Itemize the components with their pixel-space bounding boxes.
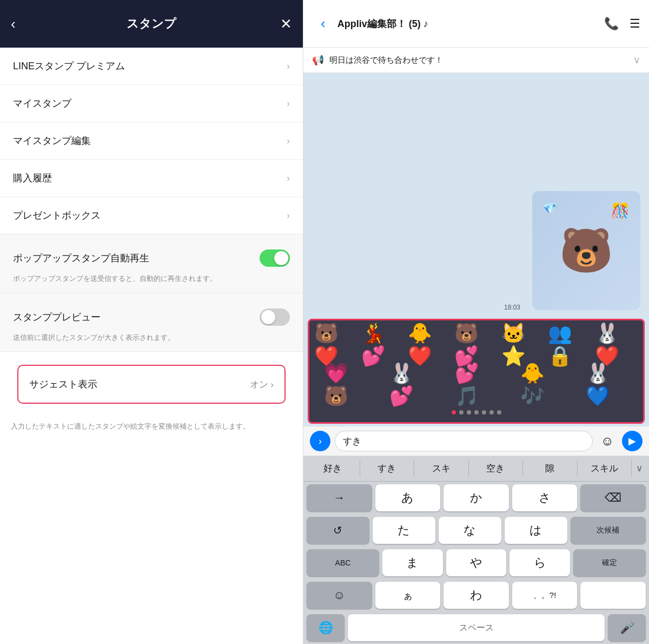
announcement-bar[interactable]: 📢 明日は渋谷で待ち合わせです！ ∨ [303,48,649,73]
sticker-cell[interactable]: 👥🔒 [548,326,591,364]
toggle-thumb [274,251,288,265]
key-ya[interactable]: や [446,549,507,576]
menu-item-purchase-history[interactable]: 購入履歴 › [0,160,303,197]
key-na[interactable]: な [439,517,501,544]
key-globe[interactable]: 🌐 [307,614,345,641]
sticker-cell[interactable]: 🐰💙 [586,366,629,404]
sticker-cell[interactable]: 💃💕 [361,326,405,364]
sticker-message: 🐻 🎊 💎 18:03 [532,191,640,310]
message-input[interactable] [335,431,593,451]
sparkle: 💎 [543,202,557,215]
sticker-cell[interactable]: 🐰💕 [389,366,433,404]
sticker-picker: 🐻❤️ 💃💕 🐥❤️ 🐻💕 🐱⭐ 👥🔒 🐰❤️ 💗🐻 🐰💕 💕🎵 🐥🎶 🐰💙 [308,319,645,424]
key-punctuation[interactable]: 、。?! [512,582,578,609]
predictive-word-0[interactable]: 好き [306,460,360,477]
predictive-more-button[interactable]: ∨ [632,461,647,476]
chevron-right-icon: › [287,61,290,72]
sticker-cell[interactable]: 💕🎵 [455,366,498,404]
right-header-title: Appliv編集部！ (5) ♪ [337,17,604,30]
predictive-bar: 好き すき スキ 空き 隙 スキル ∨ [303,456,649,482]
menu-icon[interactable]: ☰ [630,17,640,31]
key-a[interactable]: あ [375,484,441,511]
left-back-button[interactable]: ‹ [11,16,16,32]
sticker-bear-emoji: 🐻 [559,229,613,272]
key-ta[interactable]: た [373,517,435,544]
key-ma[interactable]: ま [382,549,443,576]
sticker-cell[interactable]: 🐻💕 [454,326,498,364]
menu-item-my-stamp-edit[interactable]: マイスタンプ編集 › [0,122,303,160]
key-ra[interactable]: ら [509,549,570,576]
left-close-button[interactable]: ✕ [280,16,292,32]
key-arrow[interactable]: → [307,484,372,511]
predictive-word-2[interactable]: スキ [414,460,469,477]
key-blank[interactable] [580,582,646,609]
keyboard-row-3: ABC ま や ら 確定 [303,547,649,579]
key-ka[interactable]: か [443,484,509,511]
sticker-dot [497,410,501,415]
left-content: LINEスタンプ プレミアム › マイスタンプ › マイスタンプ編集 › 購入履… [0,48,303,644]
key-emoji[interactable]: ☺ [307,582,372,609]
sticker-cell[interactable]: 🐥❤️ [408,326,451,364]
input-bar: › ☺ ▶ [303,426,649,456]
menu-item-label: LINEスタンプ プレミアム [13,60,125,73]
menu-item-label: マイスタンプ編集 [13,134,91,147]
sticker-dot [467,410,471,415]
key-mic[interactable]: 🎤 [608,614,646,641]
confetti: 🎊 [611,202,630,220]
sticker-dot [459,410,463,415]
sticker-pagination-dots [314,408,639,417]
chat-area: 🐻 🎊 💎 18:03 🐻❤️ 💃💕 🐥❤️ 🐻💕 🐱⭐ 👥🔒 🐰❤️ 💗🐻 🐰… [303,73,649,426]
menu-item-my-stamp[interactable]: マイスタンプ › [0,85,303,122]
sticker-cell[interactable]: 🐱⭐ [501,326,545,364]
emoji-button[interactable]: ☺ [597,431,618,451]
key-sa[interactable]: さ [512,484,578,511]
announcement-icon: 📢 [312,54,324,66]
predictive-word-3[interactable]: 空き [469,460,524,477]
menu-item-label: マイスタンプ [13,97,71,110]
key-next-candidate[interactable]: 次候補 [571,517,646,544]
sticker-dot [452,410,456,415]
chevron-right-icon: › [287,98,290,109]
sticker-cell[interactable]: 🐰❤️ [595,326,638,364]
suggest-label: サジェスト表示 [29,378,97,391]
chevron-right-icon: › [287,135,290,147]
key-confirm[interactable]: 確定 [573,549,646,576]
expand-button[interactable]: › [310,431,330,451]
predictive-word-5[interactable]: スキル [578,460,632,477]
predictive-word-1[interactable]: すき [360,460,415,477]
key-abc[interactable]: ABC [307,549,379,576]
right-back-button[interactable]: ‹ [312,15,334,32]
menu-item-line-stamp-premium[interactable]: LINEスタンプ プレミアム › [0,48,303,85]
toggle-thumb [261,310,275,324]
key-undo[interactable]: ↺ [307,517,369,544]
phone-icon[interactable]: 📞 [604,17,619,31]
popup-stamp-toggle[interactable] [260,249,290,267]
key-space[interactable]: スペース [348,614,605,641]
key-small-a[interactable]: ぁ [375,582,441,609]
keyboard-bottom-row: 🌐 スペース 🎤 [303,612,649,644]
key-wa[interactable]: わ [443,582,509,609]
chevron-right-icon: › [287,173,290,184]
menu-item-present-box[interactable]: プレゼントボックス › [0,197,303,234]
left-header: ‹ スタンプ ✕ [0,0,303,48]
keyboard-row-2: ↺ た な は 次候補 [303,514,649,547]
suggest-section[interactable]: サジェスト表示 オン › [17,365,286,404]
send-button[interactable]: ▶ [622,431,643,451]
predictive-word-4[interactable]: 隙 [523,460,578,477]
key-ha[interactable]: は [505,517,567,544]
menu-item-label: 購入履歴 [13,172,52,185]
announcement-chevron-icon: ∨ [633,54,640,66]
sticker-cell[interactable]: 🐥🎶 [520,366,564,404]
key-backspace[interactable]: ⌫ [580,484,646,511]
left-panel: ‹ スタンプ ✕ LINEスタンプ プレミアム › マイスタンプ › マイスタン… [0,0,303,644]
sticker-cell[interactable]: 🐻❤️ [314,326,357,364]
popup-stamp-section: ポップアップスタンプ自動再生 ポップアップスタンプを送受信すると、自動的に再生さ… [0,234,303,293]
popup-stamp-description: ポップアップスタンプを送受信すると、自動的に再生されます。 [13,273,290,284]
sticker-grid: 🐻❤️ 💃💕 🐥❤️ 🐻💕 🐱⭐ 👥🔒 🐰❤️ 💗🐻 🐰💕 💕🎵 🐥🎶 🐰💙 [314,326,639,404]
suggest-wrapper: サジェスト表示 オン › 入力したテキストに適したスタンプや絵文字を変換候補とし… [9,365,294,432]
left-title: スタンプ [127,16,176,32]
sticker-cell[interactable]: 💗🐻 [324,366,367,404]
menu-item-label: プレゼントボックス [13,209,101,222]
preview-toggle[interactable] [260,308,290,326]
preview-section: スタンププレビュー 送信前に選択したスタンプが大きく表示されます。 [0,293,303,352]
